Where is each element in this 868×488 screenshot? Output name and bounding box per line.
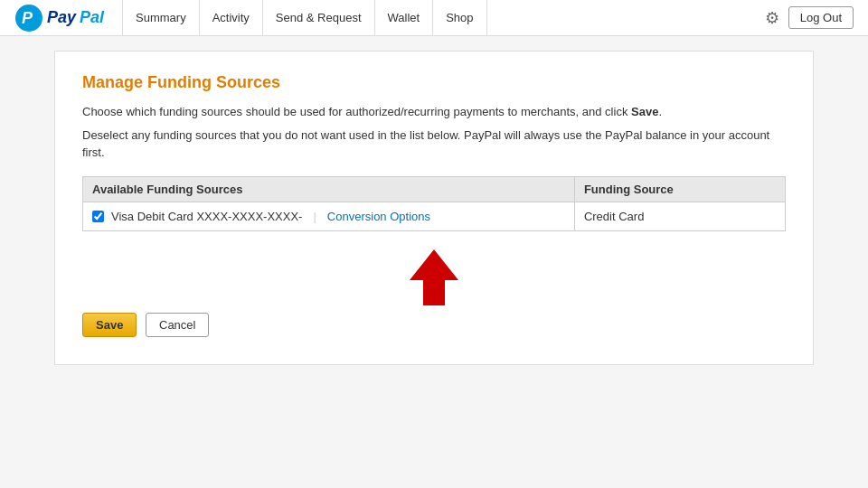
nav: Summary Activity Send & Request Wallet S… <box>122 0 765 35</box>
header-right: ⚙ Log Out <box>765 6 854 29</box>
table-cell-source: Visa Debit Card XXXX-XXXX-XXXX- | Conver… <box>83 202 575 230</box>
col-header-funding-source: Funding Source <box>574 176 785 202</box>
svg-text:P: P <box>22 9 33 27</box>
nav-item-send-request[interactable]: Send & Request <box>263 0 375 35</box>
red-arrow-icon <box>402 246 466 309</box>
page-title: Manage Funding Sources <box>82 73 786 92</box>
nav-item-summary[interactable]: Summary <box>122 0 200 35</box>
nav-item-activity[interactable]: Activity <box>200 0 263 35</box>
logo-area: P PayPal <box>14 4 104 33</box>
conversion-options-link[interactable]: Conversion Options <box>327 210 430 223</box>
nav-item-shop[interactable]: Shop <box>433 0 486 35</box>
table-cell-type: Credit Card <box>574 202 785 230</box>
col-header-available-sources: Available Funding Sources <box>83 176 575 202</box>
settings-button[interactable]: ⚙ <box>765 8 779 28</box>
paypal-brand-text2: Pal <box>80 8 104 27</box>
nav-item-wallet[interactable]: Wallet <box>375 0 434 35</box>
card-name: Visa Debit Card XXXX-XXXX-XXXX- <box>111 210 302 223</box>
paypal-logo: P PayPal <box>14 4 104 33</box>
svg-marker-2 <box>410 249 458 305</box>
paypal-brand-text: Pay <box>47 8 76 27</box>
description-line1: Choose which funding sources should be u… <box>82 103 786 121</box>
funding-table: Available Funding Sources Funding Source… <box>82 176 786 231</box>
header: P PayPal Summary Activity Send & Request… <box>0 0 868 36</box>
row-inner: Visa Debit Card XXXX-XXXX-XXXX- | Conver… <box>92 210 565 223</box>
save-button[interactable]: Save <box>82 313 137 337</box>
paypal-logo-icon: P <box>14 4 43 33</box>
main-content: Manage Funding Sources Choose which fund… <box>54 51 814 365</box>
action-buttons: Save Cancel <box>82 313 786 337</box>
table-header-row: Available Funding Sources Funding Source <box>83 176 786 202</box>
description-period: . <box>658 105 662 118</box>
cancel-button[interactable]: Cancel <box>146 313 209 337</box>
description-save-ref: Save <box>631 105 658 118</box>
table-row: Visa Debit Card XXXX-XXXX-XXXX- | Conver… <box>83 202 786 230</box>
arrow-container <box>82 246 786 309</box>
description-text1: Choose which funding sources should be u… <box>82 105 627 118</box>
row-separator: | <box>313 210 316 223</box>
description-line2: Deselect any funding sources that you do… <box>82 127 786 162</box>
source-checkbox[interactable] <box>92 211 104 222</box>
logout-button[interactable]: Log Out <box>788 6 854 29</box>
